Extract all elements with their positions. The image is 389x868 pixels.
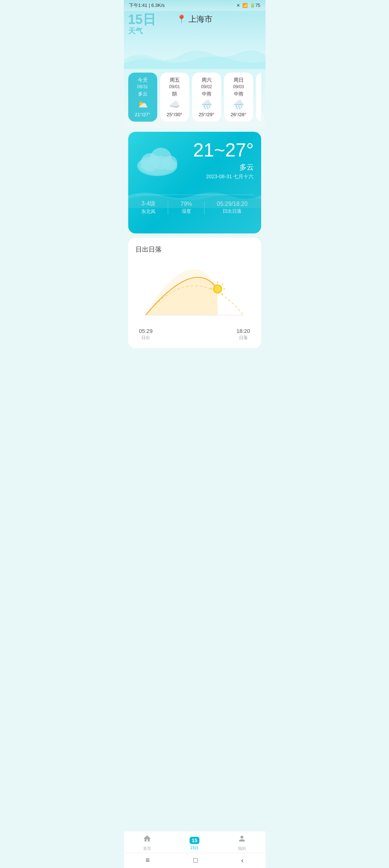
wifi-icon: 📶	[242, 3, 248, 8]
forecast-temp: 27°/30°	[259, 112, 261, 117]
forecast-condition: 多云	[131, 91, 154, 97]
forecast-date: 08/31	[131, 84, 154, 89]
sunrise-item: 05:29 日出	[139, 328, 153, 341]
forecast-section: 今天 08/31 多云 ⛅ 21°/27° 周五 09/01 阴 ☁️ 25°/…	[124, 69, 266, 127]
cloud-illustration	[135, 140, 183, 178]
main-weather-card: 21~27° 多云 2023-08-31 七月十六 3-4级 东北风 79% 湿…	[128, 132, 261, 233]
forecast-weather-icon: 🌧️	[259, 99, 261, 110]
forecast-day: 周一	[259, 77, 261, 83]
forecast-card[interactable]: 周一 09/04 小雨 🌧️ 27°/30°	[256, 73, 261, 122]
sunrise-card: 日出日落	[128, 238, 261, 348]
status-bar: 下午1:41 | 6.3K/s ✕ 📶 🔋75	[124, 0, 266, 11]
status-icons: ✕ 📶 🔋75	[236, 3, 260, 8]
forecast-date: 09/04	[259, 84, 261, 89]
forecast-row: 今天 08/31 多云 ⛅ 21°/27° 周五 09/01 阴 ☁️ 25°/…	[128, 73, 261, 122]
app-logo: 15日 天气	[128, 12, 156, 35]
mountain-bg	[124, 47, 266, 69]
sunrise-times: 05:29 日出 18:20 日落	[135, 328, 254, 341]
forecast-date: 09/03	[227, 84, 250, 89]
forecast-weather-icon: 🌧️	[227, 99, 250, 110]
wind-direction: 东北风	[141, 208, 155, 215]
logo-line1: 15日	[128, 12, 156, 27]
sunrise-time: 05:29	[139, 328, 153, 334]
forecast-card[interactable]: 周日 09/03 中雨 🌧️ 26°/28°	[224, 73, 253, 122]
location-pin-icon: 📍	[177, 15, 186, 24]
forecast-temp: 21°/27°	[131, 112, 154, 117]
svg-point-4	[140, 159, 175, 175]
forecast-weather-icon: 🌧️	[195, 99, 218, 110]
forecast-temp: 25°/29°	[195, 112, 218, 117]
sun-arc	[139, 260, 250, 325]
x-icon: ✕	[236, 3, 240, 8]
forecast-condition: 小雨	[259, 91, 261, 97]
forecast-day: 周五	[163, 77, 186, 83]
forecast-date: 09/02	[195, 84, 218, 89]
logo-line2: 天气	[128, 27, 156, 35]
main-card-top: 21~27° 多云 2023-08-31 七月十六	[135, 140, 254, 180]
status-time: 下午1:41 | 6.3K/s	[129, 2, 165, 9]
weather-date: 2023-08-31 七月十六	[193, 174, 254, 180]
forecast-date: 09/01	[163, 84, 186, 89]
sunset-time: 18:20	[236, 328, 250, 334]
sunset-item: 18:20 日落	[236, 328, 250, 341]
sunrise-title: 日出日落	[135, 245, 254, 254]
forecast-card[interactable]: 周六 09/02 中雨 🌧️ 25°/29°	[192, 73, 221, 122]
sun-times-label: 日出日落	[217, 208, 248, 215]
forecast-day: 今天	[131, 77, 154, 83]
sunset-label: 日落	[236, 335, 250, 341]
forecast-day: 周日	[227, 77, 250, 83]
forecast-day: 周六	[195, 77, 218, 83]
sunrise-label: 日出	[139, 335, 153, 341]
forecast-card[interactable]: 周五 09/01 阴 ☁️ 25°/30°	[160, 73, 189, 122]
city-name: 上海市	[189, 14, 212, 25]
svg-line-9	[222, 284, 223, 285]
temperature-range: 21~27°	[193, 140, 254, 159]
header: 15日 天气 📍 上海市	[124, 11, 266, 69]
forecast-condition: 中雨	[227, 91, 250, 97]
svg-point-7	[214, 286, 221, 292]
battery-icon: 🔋75	[250, 3, 260, 8]
forecast-weather-icon: ⛅	[131, 99, 154, 110]
forecast-temp: 26°/28°	[227, 112, 250, 117]
forecast-temp: 25°/30°	[163, 112, 186, 117]
humidity-label: 湿度	[181, 208, 192, 215]
forecast-weather-icon: ☁️	[163, 99, 186, 110]
forecast-card[interactable]: 今天 08/31 多云 ⛅ 21°/27°	[128, 73, 157, 122]
temp-display: 21~27° 多云 2023-08-31 七月十六	[193, 140, 254, 180]
forecast-condition: 阴	[163, 91, 186, 97]
svg-line-11	[222, 293, 223, 294]
weather-condition: 多云	[193, 162, 254, 172]
forecast-condition: 中雨	[195, 91, 218, 97]
